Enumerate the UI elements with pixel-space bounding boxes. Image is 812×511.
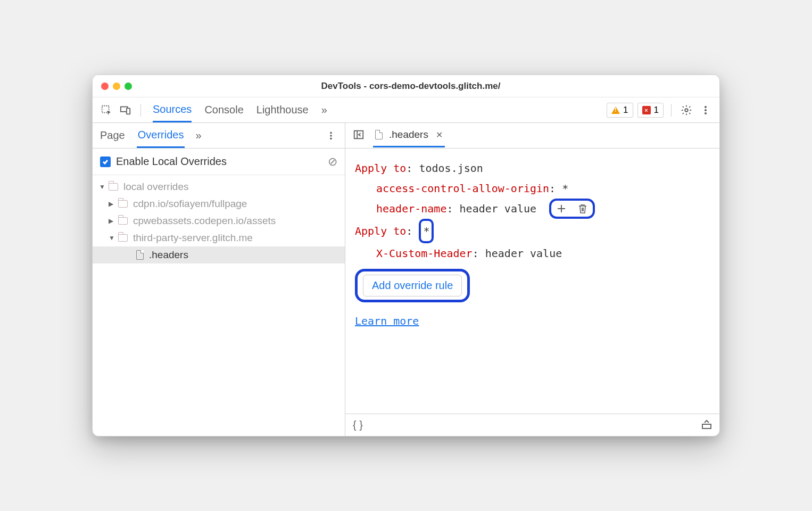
divider [140,104,141,117]
learn-more-link[interactable]: Learn more [355,311,419,331]
header-actions-highlight [549,199,595,219]
panel-tabs: Sources Console Lighthouse » [153,98,327,122]
divider [671,104,672,117]
file-tree: ▼ local overrides ▶ cdpn.io/sofiayem/ful… [93,175,345,436]
main-panel: .headers ✕ Apply to: todos.json access-c… [345,123,719,436]
traffic-lights [101,83,132,90]
settings-icon[interactable] [679,103,694,118]
header-row: X-Custom-Header: header value [355,243,710,263]
format-icon[interactable]: { } [353,419,363,431]
sidebar-tabs: Page Overrides » [93,123,345,149]
apply-to-target[interactable]: * [423,225,429,237]
tree-file-headers[interactable]: .headers [93,246,345,263]
tree-folder-label: cpwebassets.codepen.io/assets [133,215,276,227]
header-value[interactable]: header value [485,243,562,263]
enable-overrides-label: Enable Local Overrides [116,155,322,168]
warning-count: 1 [623,105,628,116]
svg-point-7 [330,131,332,134]
editor-footer: { } [345,414,719,436]
svg-point-9 [330,137,332,139]
tree-folder[interactable]: ▶ cdpn.io/sofiayem/fullpage [93,195,345,212]
apply-to-label: Apply to [355,158,406,178]
delete-header-icon[interactable] [576,202,590,216]
kebab-menu-icon[interactable] [698,103,713,118]
add-override-rule-button[interactable]: Add override rule [363,275,462,296]
header-name[interactable]: header-name [376,199,446,219]
titlebar: DevTools - cors-demo-devtools.glitch.me/ [93,75,719,97]
sidebar: Page Overrides » Enable Local Overrides … [93,123,345,436]
tree-folder-label: cdpn.io/sofiayem/fullpage [133,198,247,210]
enable-overrides-row: Enable Local Overrides ⊘ [93,149,345,175]
errors-badge[interactable]: × 1 [637,103,664,118]
header-name[interactable]: access-control-allow-origin [376,178,549,199]
add-rule-highlight: Add override rule [355,269,470,302]
minimize-icon[interactable] [113,83,120,90]
header-value[interactable]: * [562,178,568,199]
svg-point-4 [705,106,707,108]
apply-to-target[interactable]: todos.json [419,158,483,178]
tree-folder[interactable]: ▼ third-party-server.glitch.me [93,229,345,246]
svg-point-5 [705,109,707,111]
tree-folder-label: third-party-server.glitch.me [133,232,253,244]
tree-file-label: .headers [149,249,188,261]
apply-to-row: Apply to: * [355,219,710,243]
tree-folder[interactable]: ▶ cpwebassets.codepen.io/assets [93,212,345,229]
clear-icon[interactable]: ⊘ [328,155,337,169]
svg-point-8 [330,135,332,137]
error-count: 1 [654,105,659,116]
tab-console[interactable]: Console [204,98,243,121]
toggle-navigator-icon[interactable] [351,127,367,145]
main-toolbar: Sources Console Lighthouse » 1 × 1 [93,97,719,123]
device-toggle-icon[interactable] [118,103,133,118]
tree-root-label: local overrides [123,181,189,193]
content-area: Page Overrides » Enable Local Overrides … [93,123,719,436]
more-sidebar-tabs-icon[interactable]: » [195,129,201,142]
devtools-window: DevTools - cors-demo-devtools.glitch.me/… [92,75,720,436]
enable-overrides-checkbox[interactable] [100,156,111,167]
close-tab-icon[interactable]: ✕ [436,130,443,140]
warnings-badge[interactable]: 1 [607,103,633,118]
error-icon: × [642,106,651,114]
tab-lighthouse[interactable]: Lighthouse [256,98,309,121]
svg-rect-2 [127,108,130,114]
header-value[interactable]: header value [460,199,537,219]
add-header-icon[interactable] [554,202,568,216]
file-tab-headers[interactable]: .headers ✕ [373,123,445,147]
svg-point-3 [685,109,688,112]
close-icon[interactable] [101,83,109,90]
svg-point-6 [705,112,707,114]
file-icon [375,130,383,139]
header-name[interactable]: X-Custom-Header [376,243,473,263]
file-tab-bar: .headers ✕ [345,123,719,149]
file-tab-label: .headers [389,129,428,141]
apply-to-wildcard-highlight: * [419,219,434,243]
warning-icon [611,106,620,114]
header-row: access-control-allow-origin: * [355,178,710,199]
svg-rect-12 [702,424,711,428]
drawer-toggle-icon[interactable] [701,419,712,432]
header-row: header-name: header value [355,199,710,219]
tree-root[interactable]: ▼ local overrides [93,178,345,195]
tab-sources[interactable]: Sources [153,98,192,122]
inspect-icon[interactable] [99,103,114,118]
more-tabs-icon[interactable]: » [321,104,327,116]
apply-to-row: Apply to: todos.json [355,158,710,178]
file-icon [136,250,144,260]
sidebar-kebab-icon[interactable] [324,128,338,143]
sidebar-tab-overrides[interactable]: Overrides [137,123,185,148]
sidebar-tab-page[interactable]: Page [99,124,126,147]
apply-to-label: Apply to [355,221,406,241]
window-title: DevTools - cors-demo-devtools.glitch.me/ [143,81,711,92]
headers-editor: Apply to: todos.json access-control-allo… [345,149,719,414]
maximize-icon[interactable] [125,83,132,90]
